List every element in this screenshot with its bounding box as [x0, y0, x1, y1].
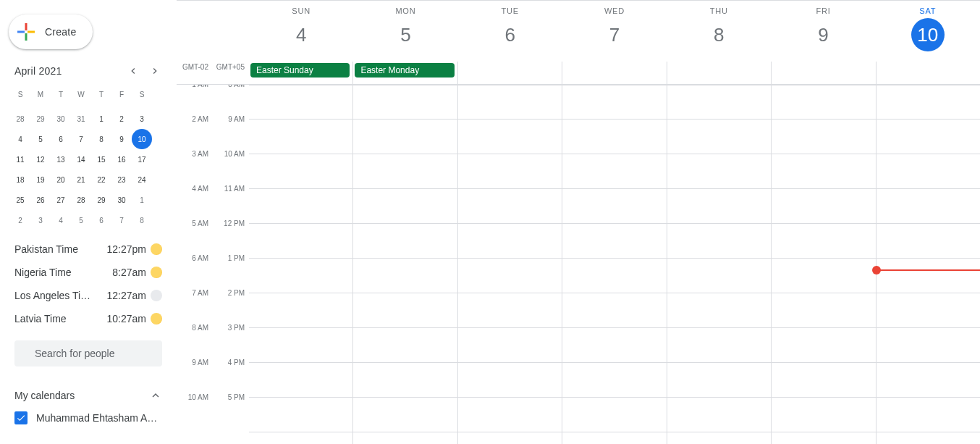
hour-cell[interactable]	[353, 85, 457, 120]
hour-cell[interactable]	[562, 328, 666, 363]
hour-cell[interactable]	[667, 85, 771, 120]
search-people[interactable]	[14, 340, 162, 366]
mini-day-cell[interactable]: 3	[30, 210, 51, 230]
hour-cell[interactable]	[353, 398, 457, 432]
mini-day-cell[interactable]: 2	[10, 210, 30, 230]
mini-day-cell[interactable]: 28	[71, 190, 91, 210]
mini-day-cell[interactable]: 10	[132, 129, 152, 149]
hour-cell[interactable]	[353, 363, 457, 398]
day-header[interactable]: TUE 6	[458, 1, 562, 62]
hour-cell[interactable]	[249, 224, 352, 259]
hour-cell[interactable]	[876, 293, 980, 328]
mini-day-cell[interactable]: 2	[111, 109, 132, 129]
hour-cell[interactable]	[249, 363, 352, 398]
hour-cell[interactable]	[876, 259, 980, 293]
hour-cell[interactable]	[876, 189, 980, 224]
hour-cell[interactable]	[249, 328, 352, 363]
hour-cell[interactable]	[249, 85, 352, 120]
mini-day-cell[interactable]: 12	[30, 149, 51, 169]
mini-day-cell[interactable]: 13	[51, 149, 71, 169]
hour-cell[interactable]	[562, 224, 666, 259]
mini-day-cell[interactable]: 4	[10, 129, 30, 149]
mini-day-cell[interactable]: 20	[51, 169, 71, 190]
hour-cell[interactable]	[772, 398, 875, 432]
mini-day-cell[interactable]: 17	[132, 149, 152, 169]
grid-day-column[interactable]	[876, 85, 980, 444]
hour-cell[interactable]	[667, 120, 771, 154]
hour-cell[interactable]	[458, 398, 562, 432]
hour-cell[interactable]	[458, 85, 562, 120]
day-header[interactable]: WED 7	[562, 1, 667, 62]
mini-day-cell[interactable]: 11	[10, 149, 30, 169]
hour-cell[interactable]	[353, 120, 457, 154]
hour-cell[interactable]	[353, 224, 457, 259]
mini-day-cell[interactable]: 28	[10, 109, 30, 129]
hour-cell[interactable]	[772, 189, 875, 224]
hour-cell[interactable]	[667, 154, 771, 189]
hour-cell[interactable]	[876, 363, 980, 398]
mini-day-cell[interactable]: 5	[30, 129, 51, 149]
hour-cell[interactable]	[772, 363, 875, 398]
hour-cell[interactable]	[772, 259, 875, 293]
hour-cell[interactable]	[772, 224, 875, 259]
hour-cell[interactable]	[458, 293, 562, 328]
hour-cell[interactable]	[667, 189, 771, 224]
hour-cell[interactable]	[772, 120, 875, 154]
mini-day-cell[interactable]: 24	[132, 169, 152, 190]
hour-cell[interactable]	[249, 259, 352, 293]
day-header[interactable]: MON 5	[353, 1, 457, 62]
mini-day-cell[interactable]: 22	[91, 169, 111, 190]
create-button[interactable]: Create	[9, 14, 93, 49]
mini-day-cell[interactable]: 16	[111, 149, 132, 169]
mini-day-cell[interactable]: 25	[10, 190, 30, 210]
hour-cell[interactable]	[667, 224, 771, 259]
hour-cell[interactable]	[772, 154, 875, 189]
allday-cell[interactable]	[667, 62, 771, 84]
grid-cells[interactable]	[249, 85, 980, 444]
hour-cell[interactable]	[562, 189, 666, 224]
mini-day-cell[interactable]: 4	[51, 210, 71, 230]
mini-day-cell[interactable]: 5	[71, 210, 91, 230]
allday-cell[interactable]	[457, 62, 562, 84]
mini-day-cell[interactable]: 21	[71, 169, 91, 190]
hour-cell[interactable]	[353, 328, 457, 363]
hour-cell[interactable]	[876, 154, 980, 189]
day-header[interactable]: THU 8	[667, 1, 771, 62]
hour-cell[interactable]	[667, 363, 771, 398]
hour-cell[interactable]	[458, 189, 562, 224]
next-month-button[interactable]	[149, 65, 161, 77]
hour-cell[interactable]	[353, 259, 457, 293]
hour-cell[interactable]	[562, 154, 666, 189]
day-header[interactable]: SAT 10	[876, 1, 980, 62]
hour-cell[interactable]	[667, 328, 771, 363]
grid-day-column[interactable]	[352, 85, 457, 444]
calendar-item[interactable]: Muhammad Ehtasham Ab…	[0, 407, 177, 429]
allday-event[interactable]: Easter Sunday	[250, 63, 350, 78]
search-people-input[interactable]	[35, 348, 161, 359]
mini-day-cell[interactable]: 30	[51, 109, 71, 129]
hour-cell[interactable]	[562, 398, 666, 432]
allday-cell[interactable]: Easter Sunday	[249, 62, 352, 84]
hour-cell[interactable]	[458, 120, 562, 154]
hour-cell[interactable]	[667, 259, 771, 293]
mini-day-cell[interactable]: 9	[111, 129, 132, 149]
hour-cell[interactable]	[249, 398, 352, 432]
mini-day-cell[interactable]: 1	[132, 190, 152, 210]
day-header[interactable]: FRI 9	[771, 1, 875, 62]
mini-day-cell[interactable]: 15	[91, 149, 111, 169]
hour-cell[interactable]	[772, 328, 875, 363]
grid-day-column[interactable]	[667, 85, 771, 444]
allday-cell[interactable]	[876, 62, 980, 84]
mini-day-cell[interactable]: 30	[111, 190, 132, 210]
mini-day-cell[interactable]: 1	[91, 109, 111, 129]
mini-day-cell[interactable]: 7	[111, 210, 132, 230]
hour-cell[interactable]	[772, 85, 875, 120]
hour-cell[interactable]	[562, 85, 666, 120]
hour-cell[interactable]	[667, 293, 771, 328]
mini-day-cell[interactable]: 23	[111, 169, 132, 190]
mini-day-cell[interactable]: 27	[51, 190, 71, 210]
mini-day-cell[interactable]: 31	[71, 109, 91, 129]
mini-day-cell[interactable]: 14	[71, 149, 91, 169]
hour-cell[interactable]	[562, 120, 666, 154]
mini-day-cell[interactable]: 18	[10, 169, 30, 190]
